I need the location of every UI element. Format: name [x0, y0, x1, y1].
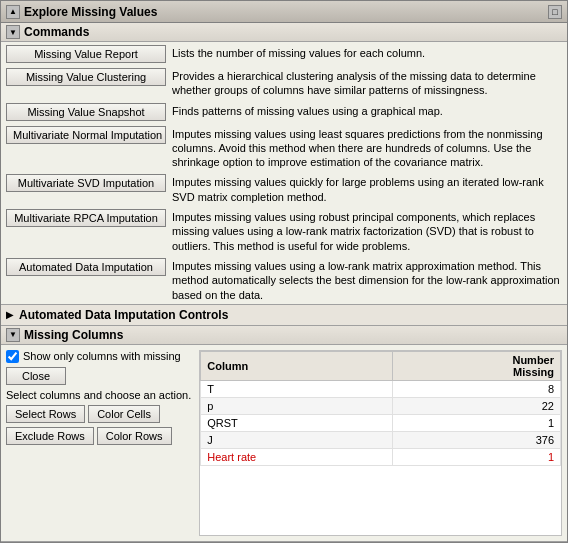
missing-value-clustering-desc: Provides a hierarchical clustering analy… — [172, 67, 562, 98]
collapse-icon[interactable]: ▲ — [6, 5, 20, 19]
missing-value-report-desc: Lists the number of missing values for e… — [172, 44, 562, 60]
show-missing-label: Show only columns with missing — [23, 350, 181, 362]
show-missing-checkbox[interactable] — [6, 350, 19, 363]
command-row-svd-imputation: Multivariate SVD Imputation Imputes miss… — [1, 171, 567, 206]
controls-label: Automated Data Imputation Controls — [19, 308, 228, 322]
controls-arrow-icon: ▶ — [6, 309, 14, 320]
table-body: T 8 p 22 QRST 1 J 376 — [201, 380, 561, 465]
missing-count: 1 — [392, 414, 561, 431]
color-rows-button[interactable]: Color Rows — [97, 427, 172, 445]
select-rows-button[interactable]: Select Rows — [6, 405, 85, 423]
action-buttons-row-2: Exclude Rows Color Rows — [6, 427, 191, 445]
command-row-report: Missing Value Report Lists the number of… — [1, 42, 567, 65]
automated-data-imputation-desc: Imputes missing values using a low-rank … — [172, 257, 562, 302]
missing-columns-content: Show only columns with missing Close Sel… — [1, 345, 567, 541]
controls-row: ▶ Automated Data Imputation Controls — [1, 304, 567, 325]
commands-section-title: Commands — [24, 25, 89, 39]
action-buttons-row-1: Select Rows Color Cells — [6, 405, 191, 423]
column-header: Column — [201, 351, 392, 380]
missing-value-report-button[interactable]: Missing Value Report — [6, 45, 166, 63]
column-name: QRST — [201, 414, 392, 431]
missing-columns-collapse-icon[interactable]: ▼ — [6, 328, 20, 342]
table-header-row: Column NumberMissing — [201, 351, 561, 380]
missing-columns-section-header: ▼ Missing Columns — [1, 326, 567, 345]
automated-data-imputation-button[interactable]: Automated Data Imputation — [6, 258, 166, 276]
command-row-normal-imputation: Multivariate Normal Imputation Imputes m… — [1, 123, 567, 172]
column-name: J — [201, 431, 392, 448]
missing-columns-section-title: Missing Columns — [24, 328, 123, 342]
table-row[interactable]: QRST 1 — [201, 414, 561, 431]
panel-title: Explore Missing Values — [24, 5, 157, 19]
multivariate-rpca-imputation-button[interactable]: Multivariate RPCA Imputation — [6, 209, 166, 227]
panel-header: ▲ Explore Missing Values □ — [1, 1, 567, 23]
table-row[interactable]: T 8 — [201, 380, 561, 397]
column-name: p — [201, 397, 392, 414]
left-panel: Show only columns with missing Close Sel… — [6, 350, 191, 536]
multivariate-normal-imputation-button[interactable]: Multivariate Normal Imputation — [6, 126, 166, 144]
missing-columns-section: ▼ Missing Columns Show only columns with… — [1, 326, 567, 542]
color-cells-button[interactable]: Color Cells — [88, 405, 160, 423]
missing-value-clustering-button[interactable]: Missing Value Clustering — [6, 68, 166, 86]
missing-count: 22 — [392, 397, 561, 414]
commands-section-header: ▼ Commands — [1, 23, 567, 42]
number-missing-header: NumberMissing — [392, 351, 561, 380]
commands-collapse-icon[interactable]: ▼ — [6, 25, 20, 39]
multivariate-normal-imputation-desc: Imputes missing values using least squar… — [172, 125, 562, 170]
missing-columns-table: Column NumberMissing T 8 p 22 — [200, 351, 561, 466]
command-row-automated-imputation: Automated Data Imputation Imputes missin… — [1, 255, 567, 304]
multivariate-svd-imputation-button[interactable]: Multivariate SVD Imputation — [6, 174, 166, 192]
command-row-snapshot: Missing Value Snapshot Finds patterns of… — [1, 100, 567, 123]
multivariate-svd-imputation-desc: Imputes missing values quickly for large… — [172, 173, 562, 204]
table-row[interactable]: Heart rate 1 — [201, 448, 561, 465]
missing-count: 8 — [392, 380, 561, 397]
action-prompt-label: Select columns and choose an action. — [6, 389, 191, 401]
command-row-rpca-imputation: Multivariate RPCA Imputation Imputes mis… — [1, 206, 567, 255]
commands-section: ▼ Commands Missing Value Report Lists th… — [1, 23, 567, 326]
command-row-clustering: Missing Value Clustering Provides a hier… — [1, 65, 567, 100]
missing-count: 1 — [392, 448, 561, 465]
exclude-rows-button[interactable]: Exclude Rows — [6, 427, 94, 445]
column-name: Heart rate — [201, 448, 392, 465]
column-name: T — [201, 380, 392, 397]
table-row[interactable]: J 376 — [201, 431, 561, 448]
show-missing-checkbox-row: Show only columns with missing — [6, 350, 191, 363]
missing-value-snapshot-desc: Finds patterns of missing values using a… — [172, 102, 562, 118]
multivariate-rpca-imputation-desc: Imputes missing values using robust prin… — [172, 208, 562, 253]
missing-count: 376 — [392, 431, 561, 448]
missing-value-snapshot-button[interactable]: Missing Value Snapshot — [6, 103, 166, 121]
main-panel: ▲ Explore Missing Values □ ▼ Commands Mi… — [0, 0, 568, 543]
close-button[interactable]: Close — [6, 367, 66, 385]
missing-columns-table-container: Column NumberMissing T 8 p 22 — [199, 350, 562, 536]
restore-icon[interactable]: □ — [548, 5, 562, 19]
table-row[interactable]: p 22 — [201, 397, 561, 414]
